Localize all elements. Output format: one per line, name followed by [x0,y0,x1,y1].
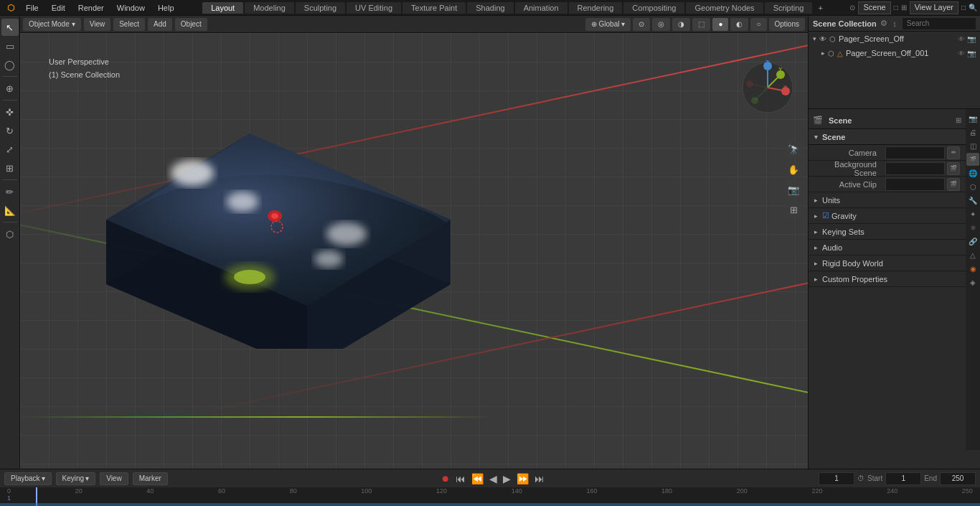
menu-window[interactable]: Window [111,2,151,14]
camera-widget[interactable]: 📷 [785,181,802,198]
object-mode-button[interactable]: Object Mode ▾ [23,18,81,31]
keying-menu-btn[interactable]: Keying ▾ [56,472,96,485]
modifier-properties-icon[interactable]: 🔧 [966,194,979,207]
start-frame-input[interactable] [885,472,921,485]
outliner-search-input[interactable] [903,18,976,29]
tab-modeling[interactable]: Modeling [245,2,294,14]
proportional-edit-button[interactable]: ◎ [652,18,670,31]
viewport-shading-solid[interactable]: ● [712,18,728,31]
step-forward-btn[interactable]: ⏩ [515,473,530,484]
playback-menu-btn[interactable]: Playback ▾ [4,472,52,485]
gravity-checkbox-icon[interactable]: ☑ [822,211,829,220]
transform-icon[interactable]: ⊞ [1,159,19,177]
add-menu-button[interactable]: Add [148,18,172,31]
hand-tool-widget[interactable]: ✋ [785,161,802,178]
units-section-header[interactable]: ▸ Units [809,192,966,208]
timeline-scrub-area[interactable]: 0 20 40 60 80 100 120 140 160 180 200 22… [0,487,980,506]
outliner-visibility-icon-2[interactable]: ⬡ [828,50,834,57]
viewport-shading-render[interactable]: ○ [750,18,766,31]
overlay-button[interactable]: ◑ [672,18,690,31]
particles-properties-icon[interactable]: ✦ [966,207,979,220]
tab-layout[interactable]: Layout [202,2,243,14]
move-icon[interactable]: ✜ [1,103,19,121]
scene-prop-action-icon[interactable]: ⊞ [956,116,961,124]
snap-button[interactable]: ⊙ [633,18,650,31]
transform-global-button[interactable]: ⊕ Global ▾ [585,18,631,31]
tab-shading[interactable]: Shading [467,2,513,14]
outliner-render-icon-2[interactable]: 📷 [967,50,976,57]
menu-edit[interactable]: Edit [46,2,71,14]
tab-geometry-nodes[interactable]: Geometry Nodes [686,2,763,14]
background-scene-picker-btn[interactable]: 🎬 [947,162,960,175]
play-reverse-btn[interactable]: ◀ [488,473,499,484]
tab-sculpting[interactable]: Sculpting [296,2,345,14]
tab-animation[interactable]: Animation [515,2,567,14]
options-button[interactable]: Options [769,18,805,31]
tab-rendering[interactable]: Rendering [569,2,623,14]
marker-menu-btn[interactable]: Marker [133,472,168,485]
outliner-visibility-icon-1[interactable]: 👁 [819,35,826,43]
select-circle-icon[interactable]: ◯ [1,56,19,73]
scene-section-header[interactable]: ▾ Scene [809,129,966,145]
rotate-icon[interactable]: ↻ [1,122,19,139]
jump-start-btn[interactable]: ⏮ [454,473,467,484]
outliner-expand-icon-2[interactable]: ▸ [821,50,825,57]
outliner-eye-icon-1[interactable]: 👁 [958,35,965,43]
keying-sets-section-header[interactable]: ▸ Keying Sets [809,224,966,240]
timeline[interactable]: 0 20 40 60 80 100 120 140 160 180 200 22… [0,487,980,506]
camera-picker-btn[interactable]: ✏ [947,146,960,159]
rigid-body-section-header[interactable]: ▸ Rigid Body World [809,256,966,271]
background-scene-field[interactable] [885,162,945,175]
select-menu-button[interactable]: Select [113,18,145,31]
record-btn[interactable]: ⏺ [440,474,451,484]
step-back-btn[interactable]: ⏪ [470,473,485,484]
outliner-item-pager-screen-off-001[interactable]: ▸ ⬡ △ Pager_Screen_Off_001 👁 📷 [817,46,980,60]
viewport-shading-material[interactable]: ◐ [730,18,748,31]
data-properties-icon[interactable]: △ [966,248,979,261]
custom-props-section-header[interactable]: ▸ Custom Properties [809,271,966,287]
material-properties-icon[interactable]: ◉ [966,262,979,275]
menu-file[interactable]: File [20,2,44,14]
viewport-gizmo[interactable]: Y X Z [739,59,796,116]
jump-end-btn[interactable]: ⏭ [533,473,546,484]
menu-render[interactable]: Render [72,2,110,14]
tab-add-button[interactable]: + [814,2,826,14]
play-btn[interactable]: ▶ [501,473,512,484]
select-cursor-icon[interactable]: ↖ [1,19,19,36]
scene-selector[interactable]: Scene [858,1,890,14]
outliner-render-icon-1[interactable]: 📷 [967,35,976,43]
tab-scripting[interactable]: Scripting [765,2,813,14]
add-cube-icon[interactable]: ⬡ [1,225,19,243]
audio-section-header[interactable]: ▸ Audio [809,240,966,256]
tab-compositing[interactable]: Compositing [623,2,684,14]
physics-properties-icon[interactable]: ⚛ [966,221,979,234]
constraints-properties-icon[interactable]: 🔗 [966,235,979,248]
zoom-in-widget[interactable]: 🔭 [785,141,802,158]
outliner-eye-icon-2[interactable]: 👁 [958,50,965,57]
xray-button[interactable]: ⬚ [692,18,710,31]
view-menu-tl-btn[interactable]: View [100,472,128,485]
outliner-item-pager-screen-off[interactable]: ▾ 👁 ⬡ Pager_Screen_Off 👁 📷 [809,32,980,46]
render-properties-icon[interactable]: 📷 [966,112,979,125]
current-frame-input[interactable]: 1 [819,472,854,485]
tab-texture-paint[interactable]: Texture Paint [402,2,466,14]
outliner-filter-icon[interactable]: ⚙ [880,19,887,28]
output-properties-icon[interactable]: 🖨 [966,126,979,139]
viewport-canvas[interactable]: User Perspective (1) Scene Collection Y [20,33,808,469]
select-box-icon[interactable]: ▭ [1,37,19,55]
shading-properties-icon[interactable]: ◈ [966,276,979,289]
snap-view-widget[interactable]: ⊞ [785,201,802,218]
object-menu-button[interactable]: Object [175,18,207,31]
tab-uv-editing[interactable]: UV Editing [347,2,401,14]
outliner-expand-icon-1[interactable]: ▾ [813,35,816,42]
fps-indicator-icon[interactable]: ⏱ [857,474,864,482]
scene-properties-icon[interactable]: 🎬 [966,153,979,166]
view-layer-selector[interactable]: View Layer [910,1,958,14]
menu-help[interactable]: Help [152,2,180,14]
object-properties-icon[interactable]: ⬡ [966,180,979,193]
measure-icon[interactable]: 📐 [1,202,19,219]
annotate-icon[interactable]: ✏ [1,183,19,200]
camera-field[interactable] [885,146,945,159]
gravity-section-header[interactable]: ▸ ☑ Gravity [809,208,966,224]
world-properties-icon[interactable]: 🌐 [966,167,979,179]
